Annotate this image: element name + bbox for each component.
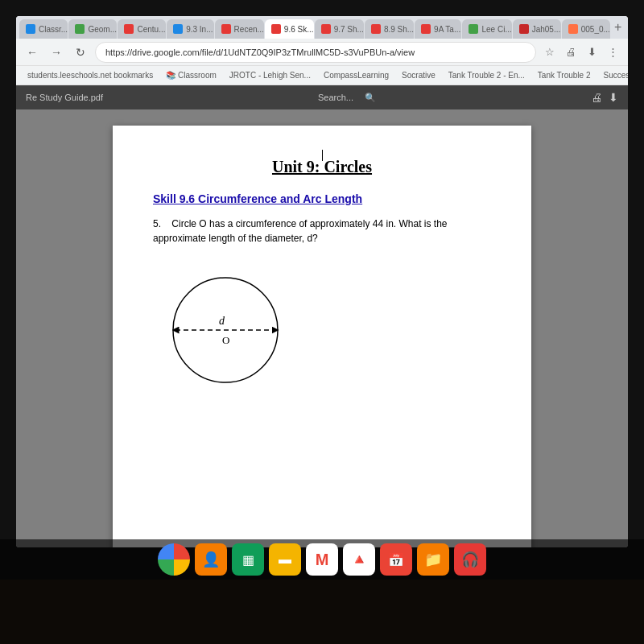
tab-label-96: 9.6 Sk... xyxy=(284,25,314,34)
bookmark-leeschools[interactable]: students.leeschools.net bookmarks xyxy=(23,69,158,81)
taskbar-chrome-icon[interactable] xyxy=(158,543,190,576)
pdf-search-label: Search... xyxy=(318,93,353,102)
tab-classr[interactable]: Classr... × xyxy=(19,19,68,39)
tab-recen[interactable]: Recen... × xyxy=(215,19,264,39)
tab-favicon-recen xyxy=(221,24,231,34)
tab-label-005: 005_0... xyxy=(581,25,610,34)
pdf-content-area: Unit 9: Circles Skill 9.6 Circumference … xyxy=(16,109,628,547)
tab-favicon-9a xyxy=(421,24,431,34)
back-button[interactable]: ← xyxy=(23,43,42,62)
taskbar-drive-icon[interactable]: 🔺 xyxy=(343,543,375,576)
bookmark-classroom[interactable]: 📚 Classroom xyxy=(161,69,221,81)
tab-favicon-jah05 xyxy=(519,24,529,34)
bookmark-compass[interactable]: CompassLearning xyxy=(319,69,394,81)
browser-window: Classr... × Geom... × Centu... × 9.3 In.… xyxy=(16,16,628,547)
pdf-filename: Re Study Guide.pdf xyxy=(26,93,103,102)
pdf-viewer-toolbar: Re Study Guide.pdf Search... 🔍 🖨 ⬇ xyxy=(16,85,628,109)
tab-centu[interactable]: Centu... × xyxy=(118,19,166,39)
circle-diagram: d O xyxy=(153,262,491,390)
tab-label-classr: Classr... xyxy=(39,25,68,34)
pdf-page-controls: Search... 🔍 xyxy=(318,93,376,103)
taskbar-calendar-icon[interactable]: 📅 xyxy=(380,543,412,576)
tab-97[interactable]: 9.7 Sh... × xyxy=(315,19,364,39)
bookmark-socrative[interactable]: Socrative xyxy=(397,69,440,81)
tab-label-centu: Centu... xyxy=(137,25,165,34)
question-number: 5. xyxy=(153,218,161,229)
pdf-print-button[interactable]: 🖨 xyxy=(591,91,602,104)
circle-svg: d O xyxy=(161,262,290,390)
tab-label-leeci: Lee Ci... xyxy=(481,25,511,34)
pdf-question-5: 5. Circle O has a circumference of appro… xyxy=(153,217,491,246)
taskbar-slides-icon[interactable]: ▬ xyxy=(269,543,301,576)
taskbar-gmail-icon[interactable]: M xyxy=(306,543,338,576)
monitor: Classr... × Geom... × Centu... × 9.3 In.… xyxy=(0,0,644,644)
menu-button[interactable]: ⋮ xyxy=(604,43,621,61)
taskbar-files-icon[interactable]: 👤 xyxy=(195,543,227,576)
forward-button[interactable]: → xyxy=(47,43,66,62)
tab-favicon-93 xyxy=(173,24,183,34)
tab-label-9a: 9A Ta... xyxy=(434,25,460,34)
question-text: Circle O has a circumference of approxim… xyxy=(153,218,448,244)
tab-favicon-89 xyxy=(371,24,381,34)
bottom-bezel xyxy=(0,580,644,644)
taskbar-folder-icon[interactable]: 📁 xyxy=(417,543,449,576)
taskbar-headphones-icon[interactable]: 🎧 xyxy=(454,543,486,576)
tab-93[interactable]: 9.3 In... × xyxy=(167,19,213,39)
svg-text:O: O xyxy=(222,334,229,346)
tab-favicon-005 xyxy=(568,24,578,34)
tab-label-jah05: Jah05... xyxy=(532,25,561,34)
tab-favicon-leeci xyxy=(469,24,478,34)
tab-label-89: 8.9 Sh... xyxy=(384,25,414,34)
tab-favicon-97 xyxy=(321,24,331,34)
pdf-page: Unit 9: Circles Skill 9.6 Circumference … xyxy=(113,126,531,547)
tab-favicon-centu xyxy=(124,24,134,34)
tab-89[interactable]: 8.9 Sh... × xyxy=(365,19,414,39)
bookmark-tank2[interactable]: Tank Trouble 2 xyxy=(533,69,596,81)
bookmark-success[interactable]: Success Profiler | C... xyxy=(598,69,628,81)
bookmark-tank2-en[interactable]: Tank Trouble 2 - En... xyxy=(444,69,530,81)
print-button[interactable]: 🖨 xyxy=(562,43,580,61)
tab-label-93: 9.3 In... xyxy=(186,25,213,34)
tab-96[interactable]: 9.6 Sk... × xyxy=(265,19,314,39)
browser-toolbar: ← → ↻ https://drive.google.com/file/d/1U… xyxy=(16,39,628,66)
bookmarks-bar: students.leeschools.net bookmarks 📚 Clas… xyxy=(16,66,628,85)
tab-label-97: 9.7 Sh... xyxy=(334,25,364,34)
reload-button[interactable]: ↻ xyxy=(71,43,90,62)
tab-leeci[interactable]: Lee Ci... × xyxy=(462,19,511,39)
tab-bar: Classr... × Geom... × Centu... × 9.3 In.… xyxy=(16,16,628,39)
toolbar-icons: ☆ 🖨 ⬇ ⋮ xyxy=(541,43,621,61)
taskbar: 👤 ▦ ▬ M 🔺 📅 📁 🎧 xyxy=(0,539,644,580)
taskbar-sheets-icon[interactable]: ▦ xyxy=(232,543,264,576)
svg-text:d: d xyxy=(219,315,225,327)
bookmark-jrotc[interactable]: JROTC - Lehigh Sen... xyxy=(225,69,316,81)
tab-favicon-classr xyxy=(26,24,35,34)
new-tab-button[interactable]: + xyxy=(611,19,625,36)
screen: Classr... × Geom... × Centu... × 9.3 In.… xyxy=(16,16,628,547)
tab-9a[interactable]: 9A Ta... × xyxy=(415,19,461,39)
pdf-skill-heading: Skill 9.6 Circumference and Arc Length xyxy=(153,192,491,205)
tab-label-geom: Geom... xyxy=(88,25,117,34)
tab-geom[interactable]: Geom... × xyxy=(68,19,117,39)
text-cursor xyxy=(322,150,323,161)
address-bar[interactable]: https://drive.google.com/file/d/1UdNTZ0Q… xyxy=(95,42,536,63)
pdf-toolbar-right: 🖨 ⬇ xyxy=(591,91,618,104)
bookmark-star-button[interactable]: ☆ xyxy=(541,43,559,61)
address-text: https://drive.google.com/file/d/1UdNTZ0Q… xyxy=(105,47,415,57)
tab-favicon-96 xyxy=(271,24,281,34)
download-button[interactable]: ⬇ xyxy=(583,43,601,61)
pdf-download-button[interactable]: ⬇ xyxy=(609,91,618,104)
tab-label-recen: Recen... xyxy=(234,25,264,34)
tab-005[interactable]: 005_0... × xyxy=(562,19,610,39)
pdf-viewer: Re Study Guide.pdf Search... 🔍 🖨 ⬇ xyxy=(16,85,628,547)
tab-favicon-geom xyxy=(75,24,85,34)
tab-jah05[interactable]: Jah05... × xyxy=(513,19,561,39)
pdf-search-icon: 🔍 xyxy=(365,93,376,103)
